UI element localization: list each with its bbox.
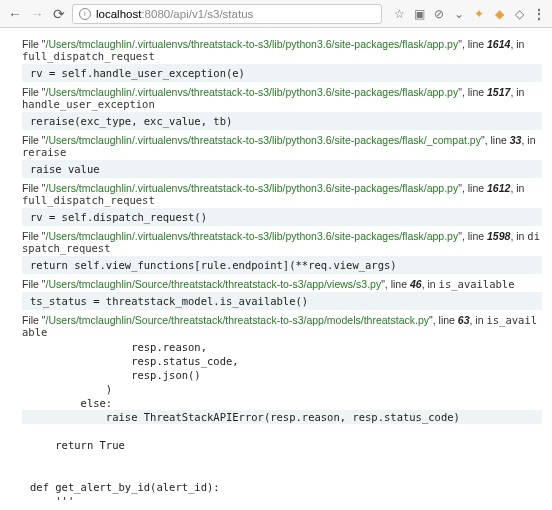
url-port: :8080 — [141, 8, 170, 20]
back-button[interactable]: ← — [6, 5, 24, 23]
forward-button[interactable]: → — [28, 5, 46, 23]
code-context-line — [22, 466, 542, 480]
frame-file-line: File "/Users/tmclaughlin/.virtualenvs/th… — [22, 86, 542, 110]
code-context-line: ''' — [22, 494, 542, 508]
extension-icon-2[interactable]: ◆ — [492, 7, 506, 21]
frame-code-context: resp.reason, resp.status_code, resp.json… — [22, 340, 542, 508]
url-host: localhost — [96, 8, 141, 20]
code-context-line: return True — [22, 438, 542, 452]
stop-icon[interactable]: ⊘ — [432, 7, 446, 21]
traceback-frame: File "/Users/tmclaughlin/Source/threatst… — [22, 278, 542, 310]
frame-code-line: return self.view_functions[rule.endpoint… — [22, 256, 542, 274]
frame-file-line: File "/Users/tmclaughlin/Source/threatst… — [22, 314, 542, 338]
frame-file-line: File "/Users/tmclaughlin/Source/threatst… — [22, 278, 542, 290]
traceback-frame: File "/Users/tmclaughlin/.virtualenvs/th… — [22, 38, 542, 82]
frame-code-line: raise value — [22, 160, 542, 178]
code-context-line: ) — [22, 382, 542, 396]
code-context-line — [22, 424, 542, 438]
code-context-line — [22, 452, 542, 466]
frame-file-line: File "/Users/tmclaughlin/.virtualenvs/th… — [22, 230, 542, 254]
traceback-frame: File "/Users/tmclaughlin/.virtualenvs/th… — [22, 86, 542, 130]
traceback-frame-last: File "/Users/tmclaughlin/Source/threatst… — [22, 314, 542, 508]
frame-code-line: ts_status = threatstack_model.is_availab… — [22, 292, 542, 310]
extension-icon-1[interactable]: ✦ — [472, 7, 486, 21]
browser-toolbar: ← → ⟳ i localhost:8080/api/v1/s3/status … — [0, 0, 552, 28]
traceback-frame: File "/Users/tmclaughlin/.virtualenvs/th… — [22, 182, 542, 226]
traceback-content: File "/Users/tmclaughlin/.virtualenvs/th… — [0, 28, 552, 510]
url-path: /api/v1/s3/status — [170, 8, 253, 20]
code-context-line: raise ThreatStackAPIError(resp.reason, r… — [22, 410, 542, 424]
menu-icon[interactable]: ⋮ — [532, 7, 546, 21]
frame-file-line: File "/Users/tmclaughlin/.virtualenvs/th… — [22, 134, 542, 158]
code-context-line: resp.json() — [22, 368, 542, 382]
reload-button[interactable]: ⟳ — [50, 5, 68, 23]
frame-code-line: reraise(exc_type, exc_value, tb) — [22, 112, 542, 130]
code-context-line: resp.status_code, — [22, 354, 542, 368]
extension-icon-3[interactable]: ◇ — [512, 7, 526, 21]
pocket-icon[interactable]: ⌄ — [452, 7, 466, 21]
cast-icon[interactable]: ▣ — [412, 7, 426, 21]
site-info-icon[interactable]: i — [79, 8, 91, 20]
frame-code-line: rv = self.handle_user_exception(e) — [22, 64, 542, 82]
code-context-line: def get_alert_by_id(alert_id): — [22, 480, 542, 494]
traceback-frame: File "/Users/tmclaughlin/.virtualenvs/th… — [22, 134, 542, 178]
code-context-line: else: — [22, 396, 542, 410]
frame-code-line: rv = self.dispatch_request() — [22, 208, 542, 226]
address-bar[interactable]: i localhost:8080/api/v1/s3/status — [72, 4, 382, 24]
star-icon[interactable]: ☆ — [392, 7, 406, 21]
code-context-line: resp.reason, — [22, 340, 542, 354]
toolbar-right: ☆ ▣ ⊘ ⌄ ✦ ◆ ◇ ⋮ — [392, 7, 546, 21]
traceback-frame: File "/Users/tmclaughlin/.virtualenvs/th… — [22, 230, 542, 274]
frame-file-line: File "/Users/tmclaughlin/.virtualenvs/th… — [22, 182, 542, 206]
frame-file-line: File "/Users/tmclaughlin/.virtualenvs/th… — [22, 38, 542, 62]
